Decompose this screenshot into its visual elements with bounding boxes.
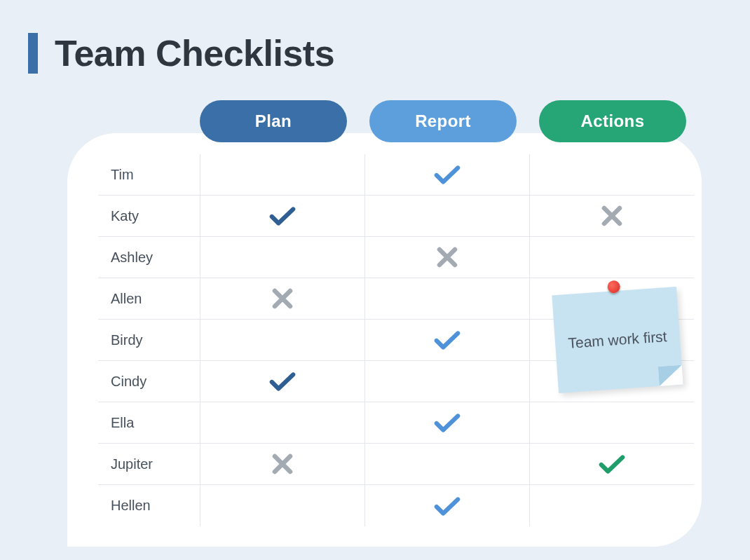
row-name: Ella [98,415,200,431]
table-cell[interactable] [529,485,694,526]
check-icon [599,453,625,475]
table-cell[interactable] [200,154,364,195]
sticky-note-text: Team work first [568,327,668,353]
table-cell[interactable] [200,237,364,278]
table-cell[interactable] [200,320,364,360]
sticky-note[interactable]: Team work first [552,287,683,393]
row-name: Ashley [98,250,200,266]
row-name: Allen [98,291,200,307]
table-cell[interactable] [364,237,529,278]
row-name: Hellen [98,498,200,514]
column-header-row: Plan Report Actions [200,100,686,142]
row-name: Katy [98,208,200,224]
table-cell[interactable] [364,361,529,402]
cross-icon [599,205,625,227]
sticky-note-fold [658,365,683,386]
table-cell[interactable] [364,278,529,319]
table-cell[interactable] [529,196,694,236]
table-row: Jupiter [98,444,694,485]
title-accent-bar [28,33,38,74]
table-cell[interactable] [364,444,529,484]
check-icon [434,329,461,351]
title-block: Team Checklists [28,32,334,74]
table-cell[interactable] [200,402,364,443]
check-icon [269,370,296,392]
table-cell[interactable] [364,485,529,526]
check-icon [434,495,461,517]
check-icon [434,163,461,186]
table-cell[interactable] [364,320,529,360]
table-cell[interactable] [529,237,694,278]
row-name: Birdy [98,332,200,348]
check-icon [269,205,296,227]
cross-icon [269,453,296,475]
table-row: Ella [98,402,694,444]
row-name: Jupiter [98,456,200,472]
table-cell[interactable] [529,402,694,443]
table-row: Katy [98,196,694,237]
table-row: Tim [98,154,694,196]
table-cell[interactable] [529,154,694,195]
cross-icon [434,246,461,268]
table-cell[interactable] [200,361,364,402]
table-cell[interactable] [200,196,364,236]
table-row: Ashley [98,237,694,278]
table-cell[interactable] [364,154,529,195]
column-header-report[interactable]: Report [369,100,517,142]
pin-icon [607,280,620,294]
table-cell[interactable] [364,196,529,236]
table-row: Hellen [98,485,694,526]
row-name: Cindy [98,374,200,390]
table-cell[interactable] [364,402,529,443]
column-header-plan[interactable]: Plan [200,100,347,142]
table-cell[interactable] [200,278,364,319]
row-name: Tim [98,167,200,183]
cross-icon [269,287,296,310]
check-icon [434,411,461,434]
table-cell[interactable] [200,444,364,484]
table-cell[interactable] [529,444,694,484]
page-title: Team Checklists [55,32,334,74]
table-cell[interactable] [200,485,364,526]
column-header-actions[interactable]: Actions [539,100,686,142]
